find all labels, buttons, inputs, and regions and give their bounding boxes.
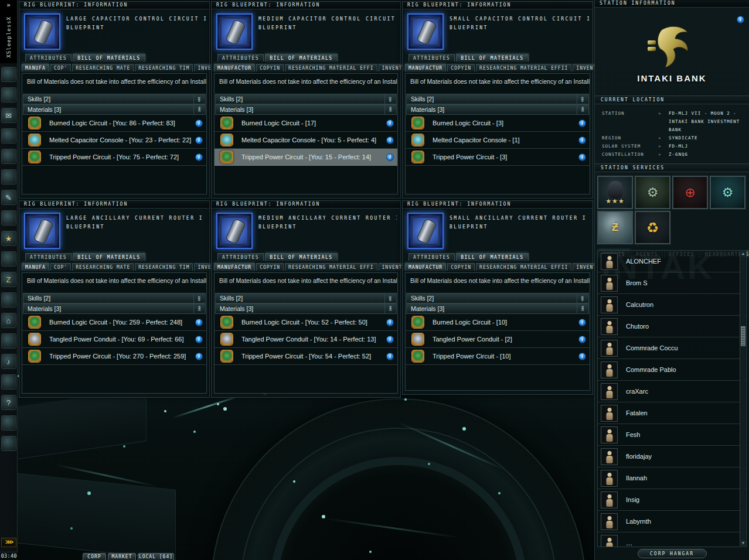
character-sheet-icon[interactable] (1, 67, 16, 82)
info-icon[interactable]: i (578, 353, 586, 360)
skills-section-header[interactable]: Skills [2]»» (23, 293, 206, 303)
assets-icon[interactable] (1, 251, 16, 267)
material-row[interactable]: Tangled Power Conduit - [You: 14 - Perfe… (215, 331, 397, 348)
material-row[interactable]: Tangled Power Conduit - [You: 69 - Perfe… (22, 331, 206, 348)
expand-chevron-icon[interactable]: »» (384, 293, 396, 303)
tab-attributes[interactable]: ATTRIBUTES (25, 253, 72, 261)
materials-section-header[interactable]: Materials [3]»» (215, 303, 397, 314)
location-row-station[interactable]: STATION » FD-MLJ VII - MOON 2 - INTAKI B… (602, 110, 749, 134)
material-row[interactable]: Melted Capacitor Console - [You: 23 - Pe… (22, 132, 206, 149)
contracts-icon[interactable]: ✎ (1, 190, 16, 205)
market-chat-button[interactable]: MARKET (108, 553, 136, 560)
info-icon[interactable]: i (578, 319, 586, 326)
corp-chat-button[interactable]: CORP (83, 553, 106, 560)
info-icon[interactable]: i (386, 153, 394, 161)
material-row-selected[interactable]: Tripped Power Circuit - [You: 15 - Perfe… (215, 149, 397, 166)
materials-section-header[interactable]: Materials [3]»» (406, 104, 589, 115)
info-icon[interactable]: i (578, 119, 586, 127)
guest-row[interactable]: floridajay (598, 446, 746, 467)
military-office-icon[interactable]: ★★★ (597, 176, 633, 209)
star-map-icon[interactable] (1, 210, 16, 226)
expand-chevron-icon[interactable]: »» (577, 293, 588, 303)
window-titlebar[interactable]: RIG BLUEPRINT: INFORMATION (19, 201, 209, 209)
location-row-constellation[interactable]: CONSTELLATION » Z-6NQ6 (602, 151, 749, 159)
neocom-expand-button[interactable]: » (0, 0, 17, 11)
tab-bill-of-materials[interactable]: BILL OF MATERIALS (265, 253, 337, 261)
info-icon[interactable]: i (578, 336, 586, 343)
guest-row[interactable]: Brom S (598, 272, 746, 294)
subtab-manufacturing[interactable]: MANUFACTUR (214, 64, 255, 71)
subtab-copying[interactable]: COPYIN (256, 263, 284, 271)
collapse-chevron-icon[interactable]: »» (193, 105, 205, 114)
window-titlebar[interactable]: RIG BLUEPRINT: INFORMATION (403, 2, 593, 9)
guest-row[interactable]: Fesh (598, 424, 746, 446)
material-row[interactable]: Melted Capacitor Console - [You: 5 - Per… (215, 132, 397, 149)
subtab-researching-time[interactable]: RESEARCHING TIM (135, 64, 193, 71)
material-row[interactable]: Burned Logic Circuit - [You: 259 - Perfe… (22, 314, 206, 331)
materials-section-header[interactable]: Materials [3]»» (406, 303, 589, 314)
help-icon[interactable]: ? (1, 395, 16, 410)
window-titlebar[interactable]: RIG BLUEPRINT: INFORMATION (19, 2, 209, 9)
tab-attributes[interactable]: ATTRIBUTES (408, 253, 455, 261)
collapse-chevron-icon[interactable]: »» (577, 304, 588, 313)
subtab-researching-material[interactable]: RESEARCHING MATERIAL EFFI (285, 64, 377, 71)
blueprint-icon[interactable] (216, 13, 253, 50)
guest-row[interactable]: ALONCHEF (598, 251, 746, 272)
subtab-copying[interactable]: COP' (50, 64, 71, 71)
material-row[interactable]: Tripped Power Circuit - [You: 75 - Perfe… (22, 149, 206, 166)
subtab-manufacturing[interactable]: MANUFA (22, 263, 49, 271)
info-icon[interactable]: i (578, 153, 586, 161)
neocom-alert-chevrons-icon[interactable]: >>> (1, 538, 16, 547)
guest-row[interactable]: Commrade Pablo (598, 359, 746, 381)
fitting-service-icon[interactable]: ⚙ (710, 176, 745, 209)
tab-bill-of-materials[interactable]: BILL OF MATERIALS (73, 253, 145, 261)
material-row[interactable]: Burned Logic Circuit - [You: 86 - Perfec… (22, 115, 206, 132)
material-row[interactable]: Tripped Power Circuit - [3]i (406, 149, 590, 166)
chat-channels-icon[interactable] (1, 292, 16, 308)
subtab-copying[interactable]: COP' (50, 263, 71, 271)
map-icon[interactable] (1, 128, 16, 144)
guest-row[interactable]: Insig (598, 489, 746, 511)
collapse-chevron-icon[interactable]: »» (193, 304, 205, 313)
material-row[interactable]: Burned Logic Circuit - [3]i (406, 115, 590, 132)
location-row-solar-system[interactable]: SOLAR SYSTEM » FD-MLJ (602, 142, 749, 151)
info-icon[interactable]: i (195, 336, 203, 343)
material-row[interactable]: Tripped Power Circuit - [You: 54 - Perfe… (215, 348, 397, 365)
window-titlebar[interactable]: RIG BLUEPRINT: INFORMATION (212, 201, 400, 209)
skills-section-header[interactable]: Skills [2]»» (23, 94, 206, 104)
jukebox-icon[interactable]: ♪ (1, 354, 16, 369)
subtab-manufacturing[interactable]: MANUFACTUR (214, 263, 255, 271)
blueprint-icon[interactable] (407, 213, 444, 249)
subtab-manufacturing[interactable]: MANUFACTUR (405, 64, 446, 71)
info-icon[interactable]: i (195, 319, 203, 326)
wallet-charts-icon[interactable] (1, 169, 16, 185)
skills-section-header[interactable]: Skills [2]»» (215, 293, 397, 303)
corp-hangar-button[interactable]: CORP HANGAR (638, 549, 707, 558)
tab-bill-of-materials[interactable]: BILL OF MATERIALS (265, 54, 337, 62)
blueprint-icon[interactable] (24, 13, 60, 50)
guest-row[interactable]: Commrade Coccu (598, 337, 746, 359)
window-titlebar[interactable]: RIG BLUEPRINT: INFORMATION (212, 2, 400, 9)
material-row[interactable]: Burned Logic Circuit - [You: 52 - Perfec… (215, 314, 397, 331)
station-panel-titlebar[interactable]: STATION INFORMATION (595, 0, 749, 8)
reprocessing-plant-icon[interactable]: ♻ (635, 211, 670, 244)
medals-icon[interactable]: ★ (1, 231, 16, 246)
items-hangar-icon[interactable] (1, 436, 16, 451)
material-row[interactable]: Melted Capacitor Console - [1]i (406, 132, 590, 149)
location-row-region[interactable]: REGION » SYNDICATE (602, 134, 749, 142)
material-row[interactable]: Tangled Power Conduit - [2]i (406, 331, 590, 348)
subtab-copying[interactable]: COPYIN (256, 64, 284, 71)
info-icon[interactable]: i (386, 136, 394, 144)
people-and-places-icon[interactable] (1, 87, 16, 103)
info-icon[interactable]: i (195, 153, 203, 161)
subtab-researching-material[interactable]: RESEARCHING MATERIAL EFFII (476, 64, 571, 71)
guest-row[interactable]: Fatalen (598, 402, 746, 424)
material-row[interactable]: Tripped Power Circuit - [You: 270 - Perf… (22, 348, 206, 365)
insurance-service-icon[interactable]: Ƶ (597, 211, 633, 244)
tab-attributes[interactable]: ATTRIBUTES (217, 253, 264, 261)
guest-list-scrollbar[interactable]: ▲ ▼ (740, 251, 745, 546)
info-icon[interactable]: i (578, 136, 586, 144)
repair-shop-icon[interactable]: ⚙ (635, 176, 670, 209)
journal-icon[interactable] (1, 333, 16, 349)
info-icon[interactable]: i (386, 353, 394, 360)
